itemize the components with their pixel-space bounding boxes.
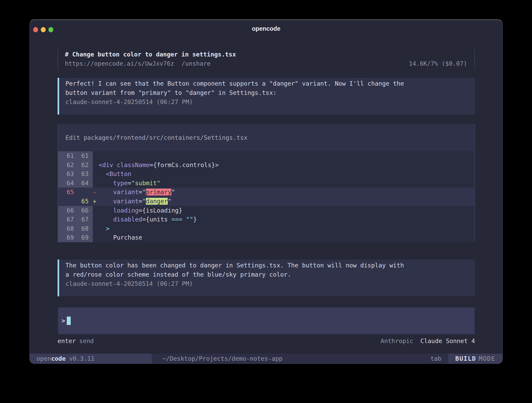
tab-key-hint: tab <box>430 355 441 362</box>
titlebar: opencode <box>30 20 503 38</box>
app-name-code: code <box>51 355 65 362</box>
prompt-input[interactable]: > <box>58 307 475 334</box>
mode-toggle[interactable]: BUILD MODE <box>448 354 503 364</box>
diff-row: 6767 disabled={units === ""} <box>58 215 474 224</box>
message-meta: claude-sonnet-4-20250514 (06:27 PM) <box>65 97 468 107</box>
model-provider: Anthropic <box>381 338 413 344</box>
mode-label-secondary: MODE <box>479 355 495 362</box>
diff-row: 65+ variant="danger" <box>58 197 474 206</box>
message-text: Perfect! I can see that the Button compo… <box>65 79 468 97</box>
app-version: v0.3.11 <box>69 355 95 362</box>
working-directory: ~/Desktop/Projects/demo-notes-app <box>162 355 283 362</box>
text-cursor <box>67 317 71 325</box>
diff-row: 6969 Purchase <box>58 233 474 242</box>
window-title: opencode <box>30 25 503 32</box>
app-name-open: open <box>37 355 51 362</box>
diff-row: 6666 loading={isLoading} <box>58 206 474 215</box>
opencode-window: opencode # Change button color to danger… <box>29 19 503 364</box>
status-bar: opencodev0.3.11 ~/Desktop/Projects/demo-… <box>30 354 503 364</box>
message-text: The button color has been changed to dan… <box>65 261 468 279</box>
input-hint-row: enter send Anthropic Claude Sonnet 4 <box>58 337 475 346</box>
mode-label-primary: BUILD <box>455 355 476 362</box>
model-indicator: Anthropic Claude Sonnet 4 <box>381 337 475 346</box>
message-meta: claude-sonnet-4-20250514 (06:27 PM) <box>65 279 468 288</box>
token-usage-stats: 14.6K/7% ($0.07) <box>409 59 467 68</box>
prompt-chevron: > <box>62 316 65 326</box>
app-version-segment: opencodev0.3.11 <box>30 354 152 364</box>
diff-row: 6262<div className={formCs.controls}> <box>58 161 474 170</box>
enter-key-hint: enter <box>58 337 76 346</box>
diff-row: 6868 > <box>58 224 474 233</box>
assistant-message: The button color has been changed to dan… <box>58 260 475 296</box>
diff-row: 65- variant="primary" <box>58 188 474 197</box>
edit-file-title: Edit packages/frontend/src/containers/Se… <box>58 124 474 151</box>
diff-row: 6464 type="submit" <box>58 179 474 188</box>
model-name: Claude Sonnet 4 <box>420 338 475 344</box>
session-header: # Change button color to danger in setti… <box>58 49 475 70</box>
send-hint-label: send <box>79 337 94 346</box>
edit-tool-card: Edit packages/frontend/src/containers/Se… <box>58 124 475 242</box>
diff-rows: 61616262<div className={formCs.controls}… <box>58 151 474 242</box>
diff-row: 6161 <box>58 151 474 161</box>
session-title: # Change button color to danger in setti… <box>65 50 467 59</box>
unshare-command[interactable]: /unshare <box>181 59 211 68</box>
share-url[interactable]: https://opencode.ai/s/UwJxv76z <box>65 59 174 68</box>
assistant-message: Perfect! I can see that the Button compo… <box>58 78 475 115</box>
diff-row: 6363 <Button <box>58 169 474 179</box>
